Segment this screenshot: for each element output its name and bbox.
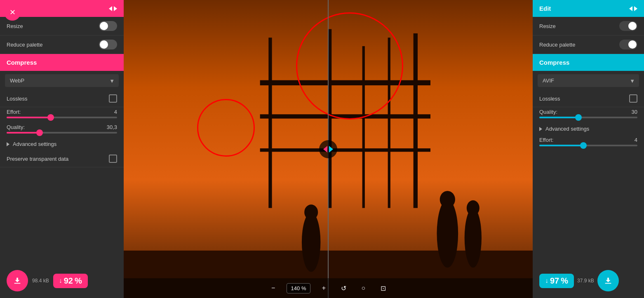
left-effort-slider[interactable] xyxy=(7,117,117,118)
left-lossless-checkbox[interactable] xyxy=(109,94,117,103)
close-button[interactable]: ✕ xyxy=(4,4,21,21)
right-effort-label: Effort: xyxy=(539,137,553,143)
right-reduce-palette-row: Reduce palette xyxy=(533,35,644,54)
left-effort-container: Effort: 4 xyxy=(0,107,124,122)
left-quality-label: Quality: xyxy=(7,124,25,130)
right-compress-title: Compress xyxy=(539,59,569,66)
right-percent-badge: ↓ 97 % xyxy=(539,274,574,288)
right-download-icon xyxy=(604,276,613,285)
left-advanced-row[interactable]: Advanced settings xyxy=(0,138,124,150)
right-file-size: 37.9 kB xyxy=(577,278,594,284)
zoom-unit: % xyxy=(301,285,306,291)
right-resize-label: Resize xyxy=(539,23,556,29)
left-percent-value: 92 xyxy=(64,276,73,286)
left-compress-title: Compress xyxy=(7,59,37,66)
left-advanced-chevron-icon xyxy=(7,142,9,146)
right-format-select[interactable]: AVIF WebP PNG JPEG xyxy=(538,74,639,87)
left-quality-container: Quality: 30,3 xyxy=(0,122,124,138)
right-edit-header: Edit xyxy=(533,0,644,17)
right-quality-value: 30 xyxy=(632,109,637,115)
left-preserve-label: Preserve transparent data xyxy=(7,156,68,162)
right-lossless-checkbox[interactable] xyxy=(629,94,637,103)
right-arrow-down-icon: ↓ xyxy=(545,277,548,284)
right-effort-container: Effort: 4 xyxy=(533,135,644,150)
right-download-button[interactable] xyxy=(597,270,619,291)
right-resize-row: Resize xyxy=(533,17,644,35)
right-advanced-label: Advanced settings xyxy=(545,126,589,132)
left-percent-badge: ↓ 92 % xyxy=(53,274,88,288)
right-percent-value: 97 xyxy=(550,276,559,286)
right-format-select-wrapper[interactable]: AVIF WebP PNG JPEG ▼ xyxy=(538,74,639,87)
zoom-out-button[interactable]: − xyxy=(267,282,280,295)
left-arrow-down-icon: ↓ xyxy=(59,277,62,284)
right-lossless-label: Lossless xyxy=(539,96,560,102)
left-download-button[interactable] xyxy=(7,270,28,291)
right-format-row: AVIF WebP PNG JPEG ▼ xyxy=(533,71,644,90)
rotate-button[interactable]: ↺ xyxy=(337,282,350,295)
left-quality-slider[interactable] xyxy=(7,132,117,134)
left-format-select-wrapper[interactable]: WebP AVIF PNG JPEG ▼ xyxy=(5,74,119,87)
right-edit-title: Edit xyxy=(539,5,551,12)
right-reduce-palette-toggle[interactable] xyxy=(619,40,637,49)
left-download-icon xyxy=(13,276,22,285)
left-reduce-palette-toggle[interactable] xyxy=(99,40,117,49)
right-bottom-area: ↓ 97 % 37.9 kB xyxy=(533,263,644,298)
left-file-size: 98.4 kB xyxy=(32,278,49,284)
left-panel-toggle-icon[interactable] xyxy=(109,6,117,11)
right-advanced-row[interactable]: Advanced settings xyxy=(533,122,644,135)
right-compress-header: Compress xyxy=(533,54,644,71)
left-quality-value: 30,3 xyxy=(107,124,117,130)
left-resize-label: Resize xyxy=(7,23,23,29)
left-effort-label: Effort: xyxy=(7,109,21,115)
left-lossless-label: Lossless xyxy=(7,96,28,102)
right-advanced-chevron-icon xyxy=(539,127,542,131)
zoom-out-icon: − xyxy=(271,284,275,292)
expand-button[interactable]: ⊡ xyxy=(376,282,390,295)
right-resize-toggle[interactable] xyxy=(619,21,637,31)
right-reduce-palette-label: Reduce palette xyxy=(539,42,575,48)
compare-arrow-left-icon xyxy=(323,146,327,153)
right-quality-container: Quality: 30 xyxy=(533,107,644,122)
bottom-toolbar: − 140 % + ↺ ○ ⊡ xyxy=(124,278,533,298)
left-format-select[interactable]: WebP AVIF PNG JPEG xyxy=(5,74,119,87)
image-area: − 140 % + ↺ ○ ⊡ xyxy=(124,0,533,298)
right-quality-slider[interactable] xyxy=(539,117,637,118)
left-advanced-label: Advanced settings xyxy=(13,141,56,147)
left-panel: Edit Resize Reduce palette Compress WebP… xyxy=(0,0,124,298)
left-percent-symbol: % xyxy=(75,276,82,286)
compare-handle[interactable] xyxy=(319,140,337,158)
right-effort-slider[interactable] xyxy=(539,145,637,146)
right-lossless-row: Lossless xyxy=(533,90,644,107)
left-resize-row: Resize xyxy=(0,17,124,35)
right-panel-toggle-icon[interactable] xyxy=(629,6,637,11)
zoom-display: 140 % xyxy=(287,283,311,293)
left-resize-toggle[interactable] xyxy=(99,21,117,31)
right-panel: Edit Resize Reduce palette Compress AVIF… xyxy=(533,0,644,298)
left-format-row: WebP AVIF PNG JPEG ▼ xyxy=(0,71,124,90)
fit-icon: ○ xyxy=(362,284,366,292)
rotate-icon: ↺ xyxy=(341,284,346,292)
right-quality-label: Quality: xyxy=(539,109,557,115)
left-reduce-palette-row: Reduce palette xyxy=(0,35,124,54)
zoom-value: 140 xyxy=(291,285,300,291)
fit-button[interactable]: ○ xyxy=(357,282,370,295)
expand-icon: ⊡ xyxy=(381,284,386,292)
zoom-in-icon: + xyxy=(322,284,326,292)
right-effort-value: 4 xyxy=(635,137,637,143)
left-reduce-palette-label: Reduce palette xyxy=(7,42,42,48)
left-compress-header: Compress xyxy=(0,54,124,71)
left-preserve-row: Preserve transparent data xyxy=(0,150,124,167)
left-lossless-row: Lossless xyxy=(0,90,124,107)
right-percent-symbol: % xyxy=(561,276,568,286)
compare-arrow-right-icon xyxy=(329,146,333,153)
left-effort-value: 4 xyxy=(114,109,117,115)
close-icon: ✕ xyxy=(9,8,16,17)
left-preserve-checkbox[interactable] xyxy=(109,155,117,163)
left-bottom-area: 98.4 kB ↓ 92 % xyxy=(0,263,124,298)
zoom-in-button[interactable]: + xyxy=(317,282,330,295)
